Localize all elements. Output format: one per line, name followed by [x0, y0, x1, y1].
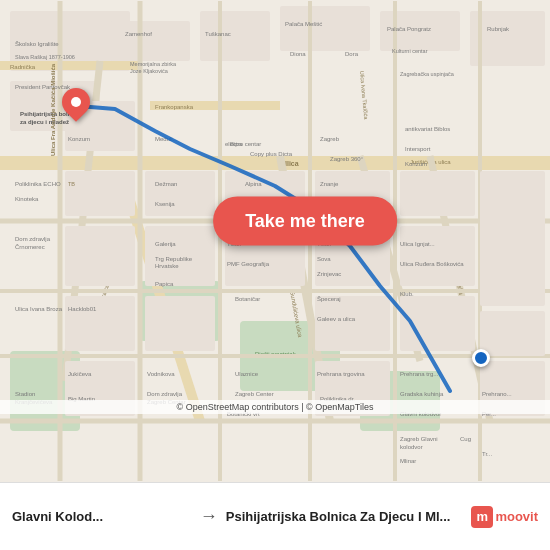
svg-rect-50	[400, 226, 475, 286]
svg-rect-52	[65, 296, 135, 351]
svg-text:Sova: Sova	[317, 256, 331, 262]
svg-text:antikvariat Biblos: antikvariat Biblos	[405, 126, 450, 132]
svg-text:Galerija: Galerija	[155, 241, 176, 247]
svg-text:Palača Meštić: Palača Meštić	[285, 21, 322, 27]
svg-rect-41	[145, 171, 215, 216]
svg-text:Papica: Papica	[155, 281, 174, 287]
svg-text:Dom zdravlja: Dom zdravlja	[147, 391, 183, 397]
from-location: Glavni Kolod...	[12, 509, 192, 524]
svg-text:Kulturni centar: Kulturni centar	[392, 48, 428, 54]
svg-text:PMF Geografija: PMF Geografija	[227, 261, 270, 267]
svg-text:Prehrana trg...: Prehrana trg...	[400, 371, 439, 377]
svg-text:Hacklob01: Hacklob01	[68, 306, 97, 312]
svg-text:Zagreb Glavni: Zagreb Glavni	[400, 436, 438, 442]
moovit-logo: m moovit	[471, 506, 538, 528]
svg-text:Frankopanska: Frankopanska	[155, 104, 194, 110]
svg-text:Ilica: Ilica	[285, 160, 299, 167]
svg-rect-46	[65, 226, 135, 286]
svg-text:Zrinjevac: Zrinjevac	[317, 271, 341, 277]
svg-text:electro centar: electro centar	[225, 141, 261, 147]
svg-text:Gradska kuhinja: Gradska kuhinja	[400, 391, 444, 397]
svg-text:kolodvor: kolodvor	[400, 444, 423, 450]
svg-text:Copy plus  Dicta: Copy plus Dicta	[250, 151, 293, 157]
svg-rect-53	[145, 296, 215, 351]
svg-text:Slava Raškaj 1877-1906: Slava Raškaj 1877-1906	[15, 54, 75, 60]
svg-text:Konzum: Konzum	[405, 161, 427, 167]
svg-text:Hrvatske: Hrvatske	[155, 263, 179, 269]
svg-text:Cug: Cug	[460, 436, 471, 442]
svg-text:Ulica Ivana Broza: Ulica Ivana Broza	[15, 306, 63, 312]
svg-rect-3	[110, 21, 190, 61]
svg-text:Kinoteka: Kinoteka	[15, 196, 39, 202]
moovit-text: moovit	[495, 509, 538, 524]
svg-text:Rubnjak: Rubnjak	[487, 26, 510, 32]
origin-pin	[472, 349, 490, 367]
main-container: Botanički vrt Dječji povrtnjak Ilica Jur…	[0, 0, 550, 550]
svg-text:Tr...: Tr...	[482, 451, 492, 457]
svg-rect-45	[65, 171, 135, 216]
svg-text:Memorijalna zbirka: Memorijalna zbirka	[130, 61, 177, 67]
svg-text:Alpina: Alpina	[245, 181, 262, 187]
svg-text:Vodnikova: Vodnikova	[147, 371, 175, 377]
bottom-bar: Glavni Kolod... → Psihijatrijska Bolnica…	[0, 482, 550, 550]
svg-text:Ulaznice: Ulaznice	[235, 371, 259, 377]
take-me-there-button[interactable]: Take me there	[213, 197, 397, 246]
svg-text:za djecu i mladež: za djecu i mladež	[20, 119, 69, 125]
svg-text:Klub.: Klub.	[400, 291, 414, 297]
svg-text:Zagrebačka uspinjača: Zagrebačka uspinjača	[400, 71, 455, 77]
svg-text:Prehrana trgovina: Prehrana trgovina	[317, 371, 365, 377]
svg-text:Dom zdravlja: Dom zdravlja	[15, 236, 51, 242]
svg-text:Zagreb Center: Zagreb Center	[235, 391, 274, 397]
svg-text:Zagreb 360°: Zagreb 360°	[330, 156, 364, 162]
svg-text:Ulica Ignjat...: Ulica Ignjat...	[400, 241, 435, 247]
svg-text:Špeceraj: Špeceraj	[317, 296, 341, 302]
svg-text:Školsko Igralište: Školsko Igralište	[15, 41, 59, 47]
to-location: Psihijatrijska Bolnica Za Djecu I Ml...	[226, 509, 460, 524]
map-area: Botanički vrt Dječji povrtnjak Ilica Jur…	[0, 0, 550, 482]
svg-text:Črnomerec: Črnomerec	[15, 244, 45, 250]
svg-text:Botaničar: Botaničar	[235, 296, 260, 302]
svg-rect-56	[480, 311, 545, 356]
svg-text:Poliklinika ECHO: Poliklinika ECHO	[15, 181, 61, 187]
svg-text:Konzum: Konzum	[68, 136, 90, 142]
svg-text:Trg Republike: Trg Republike	[155, 256, 193, 262]
svg-text:Dežman: Dežman	[155, 181, 177, 187]
svg-text:Prehrano...: Prehrano...	[482, 391, 512, 397]
svg-text:Intersport: Intersport	[405, 146, 431, 152]
svg-text:Stadion: Stadion	[15, 391, 35, 397]
copyright-text: © OpenStreetMap contributors | © OpenMap…	[177, 402, 374, 412]
svg-text:Joze Kljakovića: Joze Kljakovića	[130, 68, 169, 74]
svg-text:Ksenija: Ksenija	[155, 201, 175, 207]
svg-text:Ulica Fra Andrije Kačića Mioši: Ulica Fra Andrije Kačića Miošića	[50, 63, 56, 156]
copyright-bar: © OpenStreetMap contributors | © OpenMap…	[0, 400, 550, 414]
to-place-text: Psihijatrijska Bolnica Za Djecu I Ml...	[226, 509, 460, 524]
moovit-m-icon: m	[471, 506, 493, 528]
svg-text:Znanje: Znanje	[320, 181, 339, 187]
svg-rect-5	[280, 6, 370, 51]
svg-text:TB: TB	[68, 181, 75, 187]
svg-text:Dora: Dora	[345, 51, 359, 57]
svg-rect-54	[315, 296, 390, 351]
svg-text:Palača Pongratz: Palača Pongratz	[387, 26, 431, 32]
svg-text:Galeev a ulica: Galeev a ulica	[317, 316, 356, 322]
from-place-text: Glavni Kolod...	[12, 509, 192, 524]
svg-text:Zamenhof: Zamenhof	[125, 31, 152, 37]
svg-text:Zagreb: Zagreb	[320, 136, 340, 142]
destination-pin	[62, 88, 90, 116]
svg-text:Radnička: Radnička	[10, 64, 36, 70]
svg-text:Ulica Ruđera Boškovića: Ulica Ruđera Boškovića	[400, 261, 464, 267]
svg-text:Jukičeva: Jukičeva	[68, 371, 92, 377]
svg-rect-51	[480, 171, 545, 306]
svg-rect-44	[400, 171, 475, 216]
svg-text:Tuškanac: Tuškanac	[205, 31, 231, 37]
arrow-icon: →	[200, 506, 218, 527]
svg-text:Diona: Diona	[290, 51, 306, 57]
svg-text:Mlinar: Mlinar	[400, 458, 416, 464]
